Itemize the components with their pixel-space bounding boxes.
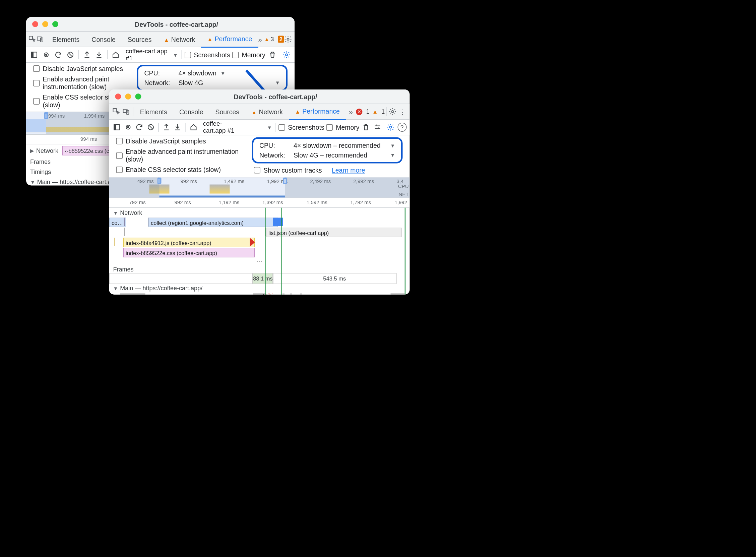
timeline-overview[interactable]: 492 ms 992 ms 1,492 ms 1,992 ms 2,492 ms… xyxy=(109,178,410,198)
warning-icon xyxy=(264,36,269,43)
reload-icon[interactable] xyxy=(53,49,63,61)
reload-icon[interactable] xyxy=(135,121,144,134)
time-ruler[interactable]: 792 ms 992 ms 1,192 ms 1,392 ms 1,592 ms… xyxy=(109,198,410,208)
recording-select[interactable]: coffee-cart.app #1 xyxy=(200,122,245,133)
custom-tracks-checkbox[interactable]: Show custom tracks xyxy=(254,167,322,174)
perf-toolbar: coffee-cart.app #1 ▼ Screenshots Memory … xyxy=(109,120,410,136)
tab-performance[interactable]: Performance xyxy=(201,31,258,48)
tab-elements[interactable]: Elements xyxy=(134,104,173,119)
dock-icon[interactable] xyxy=(112,121,122,134)
tab-sources[interactable]: Sources xyxy=(122,32,158,47)
marker-line-dcl xyxy=(281,208,282,295)
settings-icon[interactable] xyxy=(386,121,395,134)
tracks-area: ▼Network co… collect (region1.google-ana… xyxy=(109,208,410,295)
maximize-icon[interactable] xyxy=(52,21,58,27)
tab-console[interactable]: Console xyxy=(173,104,209,119)
screenshots-checkbox[interactable]: Screenshots xyxy=(278,123,324,131)
marker-line-lcp xyxy=(405,208,406,295)
tab-console[interactable]: Console xyxy=(86,32,122,47)
main-tabs: Elements Console Sources Network Perform… xyxy=(109,104,410,120)
record-icon[interactable] xyxy=(41,49,51,61)
overview-handle[interactable]: || xyxy=(44,112,48,119)
memory-checkbox[interactable]: Memory xyxy=(232,51,265,59)
errors-badge[interactable]: ✕ 1 xyxy=(356,108,370,115)
minimize-icon[interactable] xyxy=(42,21,48,27)
window-title: DevTools - coffee-cart.app/ xyxy=(142,93,410,100)
network-track-header[interactable]: ▼Network xyxy=(109,208,410,218)
recording-select[interactable]: coffee-cart.app #1 xyxy=(123,49,171,60)
settings-icon[interactable] xyxy=(281,49,292,61)
svg-point-13 xyxy=(391,111,393,113)
traffic-lights xyxy=(26,21,58,27)
trash-icon[interactable] xyxy=(362,121,371,134)
maximize-icon[interactable] xyxy=(135,93,142,99)
tab-elements[interactable]: Elements xyxy=(46,32,86,47)
minimize-icon[interactable] xyxy=(125,93,131,99)
overview-handle-left[interactable]: || xyxy=(157,178,161,184)
task-block[interactable]: Task xyxy=(253,293,266,295)
help-icon[interactable]: ? xyxy=(397,121,407,134)
svg-rect-5 xyxy=(31,52,33,58)
network-throttle-select[interactable]: Network:Slow 4G▼ xyxy=(145,79,280,87)
download-icon[interactable] xyxy=(94,49,104,61)
memory-checkbox[interactable]: Memory xyxy=(326,123,360,131)
more-tabs-icon[interactable]: » xyxy=(258,33,262,45)
warning-icon xyxy=(295,108,300,115)
frames-track-header[interactable]: Frames xyxy=(109,265,410,273)
home-icon[interactable] xyxy=(111,49,121,61)
device-toggle-icon[interactable] xyxy=(36,33,44,45)
disable-js-checkbox[interactable]: Disable JavaScript samples xyxy=(116,138,252,145)
network-request[interactable]: list.json (coffee-cart.app) xyxy=(266,228,402,238)
gear-icon[interactable] xyxy=(387,106,397,118)
frame-segment[interactable]: 543.5 ms xyxy=(272,273,397,284)
error-icon: ✕ xyxy=(356,108,363,115)
close-icon[interactable] xyxy=(115,93,121,99)
record-icon[interactable] xyxy=(123,121,133,134)
warnings-badge[interactable]: 1 xyxy=(370,108,385,115)
cpu-throttle-select[interactable]: CPU:4× slowdown – recommended▼ xyxy=(260,142,395,149)
device-toggle-icon[interactable] xyxy=(121,106,131,118)
clear-icon[interactable] xyxy=(65,49,75,61)
gear-icon[interactable] xyxy=(284,33,292,45)
network-request[interactable]: collect (region1.google-analytics.com) xyxy=(148,218,278,228)
css-stats-checkbox[interactable]: Enable CSS selector stats (slow) xyxy=(116,166,252,174)
network-request[interactable]: index-b859522e.css (coffee-cart.app) xyxy=(123,248,255,258)
tab-network[interactable]: Network xyxy=(245,104,289,119)
trash-icon[interactable] xyxy=(267,49,277,61)
frame-segment[interactable]: 88.1 ms xyxy=(252,273,273,284)
home-icon[interactable] xyxy=(189,121,198,134)
network-request[interactable]: index-8bfa4912.js (coffee-cart.app) xyxy=(123,238,255,248)
download-icon[interactable] xyxy=(173,121,182,134)
upload-icon[interactable] xyxy=(161,121,171,134)
paint-instrumentation-checkbox[interactable]: Enable advanced paint instrumentation (s… xyxy=(33,76,137,90)
disclosure-icon: ▼ xyxy=(113,210,118,215)
clear-icon[interactable] xyxy=(146,121,155,134)
kebab-icon[interactable]: ⋮ xyxy=(292,33,295,45)
play-icon: ▶ xyxy=(30,148,34,153)
tab-network[interactable]: Network xyxy=(157,32,201,47)
network-throttle-select[interactable]: Network:Slow 4G – recommended▼ xyxy=(260,151,395,159)
more-tabs-icon[interactable]: » xyxy=(346,106,356,118)
screenshots-checkbox[interactable]: Screenshots xyxy=(184,51,230,59)
kebab-icon[interactable]: ⋮ xyxy=(397,106,407,118)
tab-sources[interactable]: Sources xyxy=(209,104,246,119)
chevron-down-icon: ▼ xyxy=(173,52,178,58)
paint-instrumentation-checkbox[interactable]: Enable advanced paint instrumentation (s… xyxy=(116,148,252,163)
overview-handle-right[interactable]: || xyxy=(283,178,287,184)
flame-chart[interactable]: Task DCL FCP LCP xyxy=(109,293,410,295)
warnings-badge[interactable]: 32 xyxy=(264,36,284,43)
chevron-down-icon: ▼ xyxy=(275,80,280,86)
close-icon[interactable] xyxy=(32,21,38,27)
dock-icon[interactable] xyxy=(29,49,39,61)
main-track-header[interactable]: ▼Main — https://coffee-cart.app/ xyxy=(109,283,410,293)
cpu-throttle-select[interactable]: CPU:4× slowdown▼ xyxy=(145,69,280,77)
disable-js-checkbox[interactable]: Disable JavaScript samples xyxy=(33,65,137,73)
tab-performance[interactable]: Performance xyxy=(289,104,346,120)
inspect-icon[interactable] xyxy=(111,106,121,118)
inspect-icon[interactable] xyxy=(28,33,36,45)
network-request[interactable]: co… xyxy=(109,218,126,228)
learn-more-link[interactable]: Learn more xyxy=(332,167,365,174)
calibrate-icon[interactable] xyxy=(373,121,382,134)
window-title: DevTools - coffee-cart.app/ xyxy=(58,21,295,28)
upload-icon[interactable] xyxy=(82,49,92,61)
